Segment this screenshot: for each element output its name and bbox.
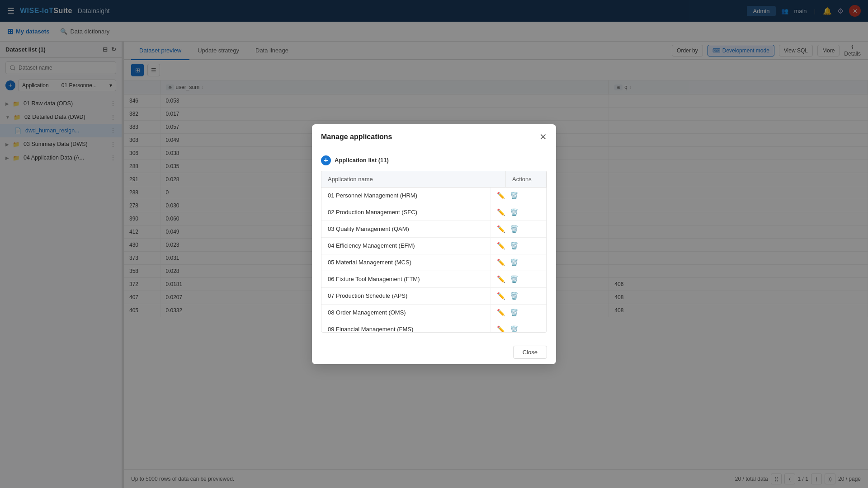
list-item: 02 Production Management (SFC) ✏️ 🗑️ <box>321 204 547 221</box>
app-name-cell: 04 Efficiency Management (EFM) <box>321 237 491 254</box>
delete-icon[interactable]: 🗑️ <box>510 258 519 267</box>
modal-header: Manage applications ✕ <box>312 124 556 148</box>
app-name-cell: 01 Personnel Management (HRM) <box>321 188 491 204</box>
delete-icon[interactable]: 🗑️ <box>510 242 519 250</box>
modal-title: Manage applications <box>321 133 392 141</box>
app-name-cell: 03 Quality Management (QAM) <box>321 221 491 237</box>
application-table: Application name Actions <box>321 171 547 188</box>
list-item: 06 Fixture Tool Management (FTM) ✏️ 🗑️ <box>321 271 547 287</box>
app-actions-cell: ✏️ 🗑️ <box>491 271 547 287</box>
list-item: 03 Quality Management (QAM) ✏️ 🗑️ <box>321 221 547 237</box>
application-list-table: 01 Personnel Management (HRM) ✏️ 🗑️ 02 P… <box>321 188 547 332</box>
list-item: 08 Order Management (OMS) ✏️ 🗑️ <box>321 304 547 321</box>
app-actions-cell: ✏️ 🗑️ <box>491 221 547 237</box>
app-name-cell: 07 Production Schedule (APS) <box>321 287 491 304</box>
delete-icon[interactable]: 🗑️ <box>510 225 519 233</box>
modal-close-button[interactable]: ✕ <box>539 132 547 141</box>
list-item: 07 Production Schedule (APS) ✏️ 🗑️ <box>321 287 547 304</box>
list-item: 01 Personnel Management (HRM) ✏️ 🗑️ <box>321 188 547 204</box>
modal-close-footer-button[interactable]: Close <box>513 346 547 359</box>
app-list-header: + Application list (11) <box>321 155 547 165</box>
application-list-container: Application name Actions 01 Personnel Ma… <box>321 171 547 333</box>
delete-icon[interactable]: 🗑️ <box>510 325 519 332</box>
edit-icon[interactable]: ✏️ <box>497 258 505 267</box>
list-item: 04 Efficiency Management (EFM) ✏️ 🗑️ <box>321 237 547 254</box>
app-actions-cell: ✏️ 🗑️ <box>491 321 547 332</box>
edit-icon[interactable]: ✏️ <box>497 309 505 317</box>
app-name-cell: 05 Material Management (MCS) <box>321 254 491 271</box>
app-actions-cell: ✏️ 🗑️ <box>491 237 547 254</box>
app-name-cell: 06 Fixture Tool Management (FTM) <box>321 271 491 287</box>
app-actions-cell: ✏️ 🗑️ <box>491 188 547 204</box>
list-item: 09 Financial Management (FMS) ✏️ 🗑️ <box>321 321 547 332</box>
app-list-title: Application list (11) <box>335 157 389 164</box>
modal-footer: Close <box>312 340 556 364</box>
manage-applications-modal: Manage applications ✕ + Application list… <box>312 124 556 364</box>
edit-icon[interactable]: ✏️ <box>497 325 505 332</box>
delete-icon[interactable]: 🗑️ <box>510 208 519 216</box>
modal-overlay: Manage applications ✕ + Application list… <box>0 0 868 488</box>
app-name-cell: 02 Production Management (SFC) <box>321 204 491 221</box>
modal-body: + Application list (11) Application name… <box>312 148 556 340</box>
app-actions-cell: ✏️ 🗑️ <box>491 287 547 304</box>
list-item: 05 Material Management (MCS) ✏️ 🗑️ <box>321 254 547 271</box>
app-actions-cell: ✏️ 🗑️ <box>491 254 547 271</box>
delete-icon[interactable]: 🗑️ <box>510 192 519 200</box>
app-name-cell: 09 Financial Management (FMS) <box>321 321 491 332</box>
edit-icon[interactable]: ✏️ <box>497 225 505 233</box>
app-actions-cell: ✏️ 🗑️ <box>491 304 547 321</box>
col-app-name: Application name <box>321 171 506 188</box>
edit-icon[interactable]: ✏️ <box>497 192 505 200</box>
edit-icon[interactable]: ✏️ <box>497 208 505 216</box>
edit-icon[interactable]: ✏️ <box>497 292 505 300</box>
add-application-modal-button[interactable]: + <box>321 155 331 165</box>
edit-icon[interactable]: ✏️ <box>497 242 505 250</box>
col-actions: Actions <box>506 171 547 188</box>
delete-icon[interactable]: 🗑️ <box>510 309 519 317</box>
edit-icon[interactable]: ✏️ <box>497 275 505 283</box>
app-name-cell: 08 Order Management (OMS) <box>321 304 491 321</box>
app-actions-cell: ✏️ 🗑️ <box>491 204 547 221</box>
delete-icon[interactable]: 🗑️ <box>510 275 519 283</box>
delete-icon[interactable]: 🗑️ <box>510 292 519 300</box>
